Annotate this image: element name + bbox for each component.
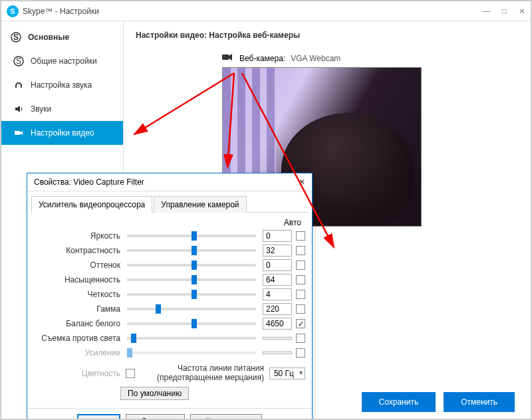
auto-checkbox[interactable] [296, 348, 305, 358]
slider-row: Баланс белого4650 [34, 316, 305, 331]
slider-track[interactable] [127, 264, 256, 266]
slider-label: Контрастность [34, 246, 120, 255]
auto-checkbox[interactable] [296, 290, 305, 299]
camera-icon [13, 128, 24, 138]
skype-logo-icon: S [7, 5, 19, 17]
auto-checkbox[interactable] [296, 275, 305, 284]
camera-icon [222, 53, 234, 63]
slider-track[interactable] [127, 278, 256, 281]
dialog-close-button[interactable]: ✕ [299, 177, 305, 187]
dialog-button-row: OK Отмена Применить [27, 408, 312, 420]
slider-value[interactable]: 0 [263, 230, 292, 242]
slider-label: Насыщенность [34, 275, 120, 284]
dialog-tabs: Усилитель видеопроцессора Управление кам… [31, 195, 308, 213]
cancel-button[interactable]: Отменить [444, 392, 515, 412]
slider-label: Баланс белого [34, 319, 120, 328]
sidebar-header: S Основные [1, 25, 123, 49]
tab-video-amp[interactable]: Усилитель видеопроцессора [31, 196, 152, 213]
slider-row: Гамма220 [34, 302, 305, 316]
slider-label: Четкость [34, 290, 120, 299]
window-titlebar: S Skype™ - Настройки — □ ✕ [1, 1, 531, 21]
slider-row: Четкость4 [34, 287, 305, 302]
defaults-button[interactable]: По умолчанию [120, 387, 189, 400]
slider-track[interactable] [127, 337, 256, 340]
ok-button[interactable]: OK [77, 414, 120, 420]
svg-text:S: S [16, 56, 21, 66]
sidebar-header-label: Основные [28, 33, 69, 42]
webcam-label: Веб-камера: [239, 54, 285, 63]
slider-value[interactable] [263, 352, 292, 354]
slider-value[interactable]: 32 [263, 245, 292, 257]
slider-value[interactable]: 0 [263, 259, 292, 271]
skype-icon: S [11, 32, 21, 43]
webcam-name: VGA Webcam [291, 54, 340, 63]
slider-row: Яркость0 [34, 229, 305, 243]
slider-label: Гамма [34, 304, 120, 314]
slider-row: Оттенок0 [34, 258, 305, 272]
sidebar-item-label: Настройка звука [31, 80, 92, 90]
tab-camera-control[interactable]: Управление камерой [154, 196, 246, 213]
slider-label: Усиление [34, 348, 120, 358]
skype-icon: S [13, 56, 24, 66]
slider-label: Яркость [34, 231, 120, 241]
auto-checkbox[interactable] [296, 334, 305, 343]
slider-track[interactable] [127, 308, 256, 310]
slider-value[interactable]: 64 [263, 274, 292, 286]
tab-content: Авто Яркость0Контрастность32Оттенок0Насы… [27, 213, 312, 404]
slider-row: Контрастность32 [34, 243, 305, 258]
speaker-icon [13, 104, 24, 114]
slider-label: Съемка против света [34, 334, 120, 343]
window-title: Skype™ - Настройки [23, 7, 99, 16]
auto-checkbox[interactable] [296, 246, 305, 255]
sidebar-item-label: Звуки [31, 104, 51, 114]
auto-checkbox[interactable] [296, 319, 305, 328]
svg-text:S: S [13, 33, 19, 42]
maximize-button[interactable]: □ [502, 7, 507, 16]
slider-value[interactable] [263, 337, 292, 340]
cancel-dialog-button[interactable]: Отмена [126, 414, 185, 420]
slider-track[interactable] [127, 322, 256, 325]
minimize-button[interactable]: — [482, 7, 490, 16]
svg-rect-5 [222, 54, 229, 60]
colorfulness-label: Цветность [34, 369, 120, 378]
slider-row: Съемка против света [34, 331, 305, 346]
slider-value[interactable]: 220 [263, 303, 292, 315]
auto-column-header: Авто [34, 218, 305, 227]
slider-row: Усиление [34, 346, 305, 360]
sidebar-item-video[interactable]: Настройки видео [1, 121, 123, 145]
close-button[interactable]: ✕ [519, 7, 525, 16]
auto-checkbox[interactable] [296, 261, 305, 270]
sidebar-item-audio[interactable]: Настройка звука [1, 73, 123, 97]
slider-label: Оттенок [34, 261, 120, 270]
sidebar-item-label: Общие настройки [31, 56, 97, 66]
svg-rect-4 [15, 131, 20, 135]
dialog-titlebar: Свойства: Video Capture Filter ✕ [27, 173, 312, 191]
sidebar-item-general[interactable]: S Общие настройки [1, 49, 123, 73]
dialog-footer: Сохранить Отменить [346, 385, 531, 419]
slider-track[interactable] [127, 293, 256, 296]
sidebar-item-label: Настройки видео [31, 128, 94, 138]
slider-value[interactable]: 4 [263, 288, 292, 300]
auto-checkbox[interactable] [296, 231, 305, 241]
save-button[interactable]: Сохранить [362, 392, 436, 412]
webcam-selector-row: Веб-камера: VGA Webcam [222, 53, 519, 63]
slider-track[interactable] [127, 235, 256, 237]
video-properties-dialog: Свойства: Video Capture Filter ✕ Усилите… [27, 173, 313, 420]
slider-row: Насыщенность64 [34, 272, 305, 287]
slider-track[interactable] [127, 249, 256, 252]
apply-button[interactable]: Применить [190, 414, 262, 420]
auto-checkbox[interactable] [296, 304, 305, 314]
dialog-title: Свойства: Video Capture Filter [34, 177, 144, 187]
page-title: Настройки видео: Настройка веб-камеры [136, 31, 519, 40]
colorfulness-checkbox[interactable] [126, 369, 135, 378]
powerline-freq-label: Частота линии питания (предотвращение ме… [157, 364, 264, 383]
slider-track [127, 352, 256, 354]
headset-icon [13, 80, 24, 90]
sidebar-item-sounds[interactable]: Звуки [1, 97, 123, 121]
powerline-freq-select[interactable]: 50 Гц [269, 368, 305, 379]
slider-value[interactable]: 4650 [263, 318, 292, 330]
